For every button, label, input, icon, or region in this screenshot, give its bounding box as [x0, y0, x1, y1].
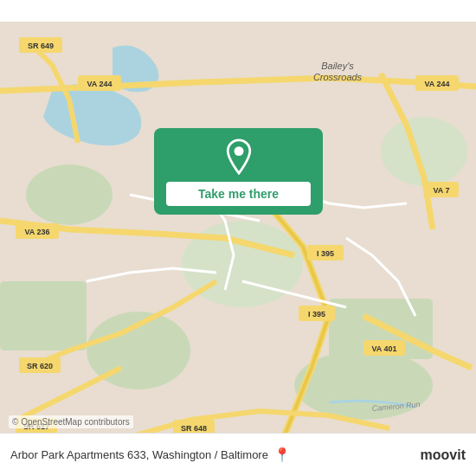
svg-point-5: [26, 164, 113, 225]
location-text: Arbor Park Apartments 633, Washington / …: [10, 448, 268, 461]
moovit-logo: moovit: [421, 447, 466, 463]
svg-text:Bailey's: Bailey's: [321, 61, 354, 71]
svg-text:Crossroads: Crossroads: [313, 72, 363, 82]
svg-text:VA 244: VA 244: [424, 80, 449, 88]
bottom-bar: Arbor Park Apartments 633, Washington / …: [0, 433, 476, 476]
destination-pin-icon: 📍: [273, 447, 291, 463]
moovit-label: moovit: [421, 447, 466, 463]
take-me-there-button[interactable]: Take me there: [166, 182, 311, 206]
svg-text:VA 401: VA 401: [371, 344, 396, 353]
location-info: Arbor Park Apartments 633, Washington / …: [10, 447, 291, 463]
svg-text:VA 7: VA 7: [433, 186, 449, 195]
svg-text:VA 236: VA 236: [24, 228, 49, 236]
svg-text:I 395: I 395: [317, 249, 334, 258]
svg-point-33: [234, 146, 243, 156]
map-container: SR 649 VA 244 VA 244 VA 7 VA 236 I 395 I…: [0, 0, 476, 476]
copyright-text: © OpenStreetMap contributors: [9, 415, 133, 428]
location-card: Take me there: [154, 128, 323, 215]
svg-rect-3: [0, 281, 87, 351]
map-background: SR 649 VA 244 VA 244 VA 7 VA 236 I 395 I…: [0, 0, 476, 476]
svg-text:I 395: I 395: [308, 310, 325, 318]
svg-text:VA 244: VA 244: [87, 80, 112, 88]
svg-text:SR 620: SR 620: [27, 362, 53, 370]
svg-text:SR 649: SR 649: [28, 42, 54, 50]
location-pin-icon: [221, 138, 257, 175]
svg-text:SR 648: SR 648: [181, 424, 207, 433]
